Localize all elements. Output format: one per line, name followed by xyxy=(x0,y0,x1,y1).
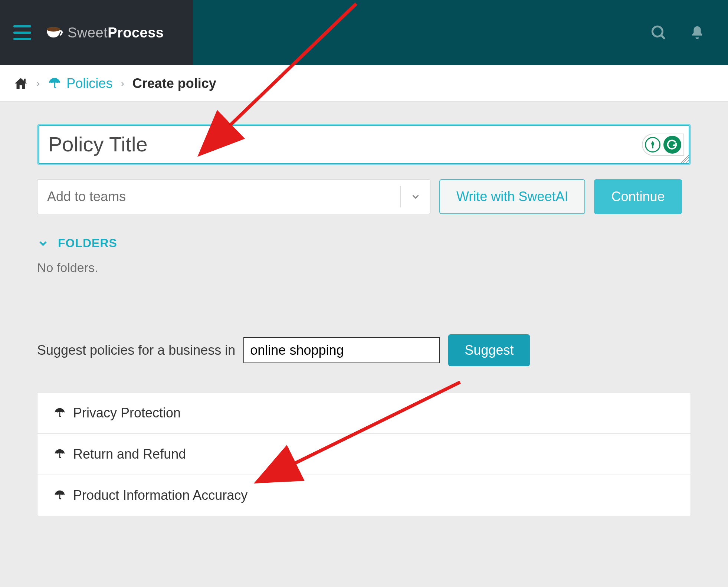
brand-logo[interactable]: SweetProcess xyxy=(46,25,164,41)
breadcrumb-policies-label: Policies xyxy=(66,76,112,91)
suggestion-item[interactable]: Privacy Protection xyxy=(37,393,691,433)
continue-button[interactable]: Continue xyxy=(594,179,682,214)
breadcrumb-sep-2: › xyxy=(121,78,124,89)
suggest-button[interactable]: Suggest xyxy=(448,334,530,366)
actions-row: Add to teams Write with SweetAI Continue xyxy=(37,179,691,214)
add-to-teams-select[interactable]: Add to teams xyxy=(37,179,430,214)
brand-text-process: Process xyxy=(108,25,164,40)
suggestion-label: Privacy Protection xyxy=(73,405,181,421)
suggest-row: Suggest policies for a business in Sugge… xyxy=(37,334,691,366)
write-with-ai-label: Write with SweetAI xyxy=(456,189,568,204)
suggestion-label: Return and Refund xyxy=(73,446,186,462)
svg-point-1 xyxy=(47,27,60,32)
breadcrumb-policies[interactable]: Policies xyxy=(48,76,112,91)
suggestions-list: Privacy Protection Return and Refund Pro… xyxy=(37,392,691,516)
search-icon[interactable] xyxy=(649,23,668,42)
svg-line-3 xyxy=(661,35,665,39)
umbrella-icon xyxy=(54,489,66,501)
top-bar: SweetProcess xyxy=(0,0,728,65)
breadcrumb: › Policies › Create policy xyxy=(0,65,728,102)
chevron-down-icon xyxy=(400,186,430,207)
grammarly-icon[interactable] xyxy=(663,136,681,154)
cup-icon xyxy=(46,27,63,38)
umbrella-icon xyxy=(48,77,61,90)
suggest-prompt-text: Suggest policies for a business in xyxy=(37,342,235,358)
svg-point-2 xyxy=(652,26,662,36)
bell-icon[interactable] xyxy=(689,23,706,42)
breadcrumb-sep-1: › xyxy=(36,78,40,89)
top-bar-left: SweetProcess xyxy=(0,0,193,65)
suggest-button-label: Suggest xyxy=(465,342,514,358)
suggestion-item[interactable]: Product Information Accuracy xyxy=(37,475,691,516)
continue-label: Continue xyxy=(611,189,665,204)
folders-empty-text: No folders. xyxy=(37,260,691,275)
svg-rect-4 xyxy=(24,79,26,82)
editor-extension-badges xyxy=(642,134,684,156)
write-with-ai-button[interactable]: Write with SweetAI xyxy=(439,179,585,214)
folders-toggle[interactable]: FOLDERS xyxy=(37,236,691,250)
textarea-resize-handle[interactable] xyxy=(681,155,689,163)
folders-section: FOLDERS No folders. xyxy=(37,236,691,275)
umbrella-icon xyxy=(54,407,66,419)
chevron-down-icon xyxy=(37,237,49,249)
svg-point-5 xyxy=(652,147,653,148)
folders-header-label: FOLDERS xyxy=(58,236,117,250)
policy-title-input[interactable] xyxy=(39,125,689,164)
top-bar-right xyxy=(193,0,728,65)
umbrella-icon xyxy=(54,448,66,460)
suggestion-item[interactable]: Return and Refund xyxy=(37,433,691,475)
teams-placeholder: Add to teams xyxy=(47,189,126,204)
ai-diamond-icon[interactable] xyxy=(645,137,660,153)
home-icon[interactable] xyxy=(13,77,28,90)
suggestion-label: Product Information Accuracy xyxy=(73,488,247,503)
main-content: Add to teams Write with SweetAI Continue… xyxy=(0,102,728,546)
suggest-business-input[interactable] xyxy=(243,337,440,363)
menu-button[interactable] xyxy=(13,25,31,40)
policy-title-wrap xyxy=(37,124,691,165)
breadcrumb-current: Create policy xyxy=(132,76,216,91)
brand-text-sweet: Sweet xyxy=(68,25,108,40)
